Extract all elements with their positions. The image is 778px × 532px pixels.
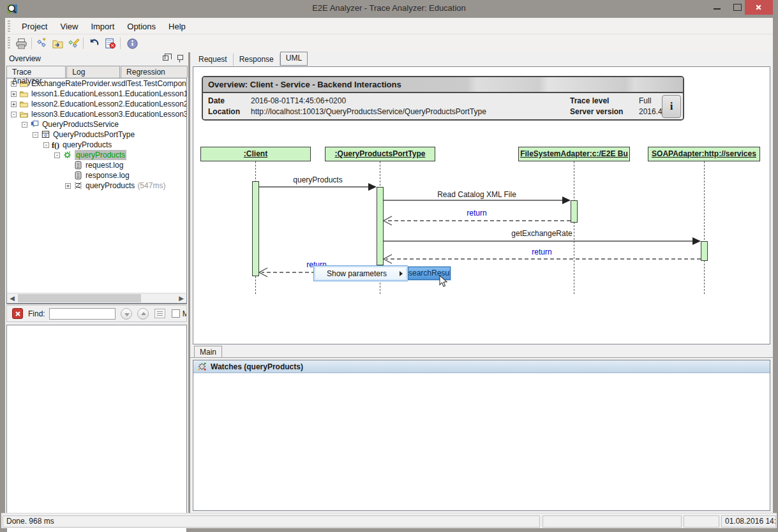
lifeline-client[interactable]: :Client — [200, 147, 311, 161]
log-file-icon — [73, 171, 83, 180]
activation-bar — [701, 241, 708, 261]
service-icon — [30, 120, 40, 129]
info-button[interactable]: i — [662, 95, 681, 118]
lifeline-soapadapter[interactable]: SOAPAdapter:http://services — [648, 147, 760, 161]
menu-view[interactable]: View — [54, 19, 84, 34]
server-version-value: 2016.4 — [639, 107, 662, 117]
find-input[interactable] — [49, 308, 116, 320]
menu-help[interactable]: Help — [162, 19, 192, 34]
find-options-icon[interactable] — [154, 309, 165, 318]
find-next-icon[interactable] — [121, 308, 132, 320]
scroll-left-icon[interactable]: ◀ — [8, 295, 16, 302]
submenu-arrow-icon — [400, 271, 403, 276]
toolbar-grip[interactable] — [8, 37, 10, 48]
diagram-info: DateLocation 2016-08-01T14:45:06+0200htt… — [203, 93, 683, 121]
menubar-grip[interactable] — [8, 20, 10, 32]
report-icon[interactable] — [103, 36, 117, 50]
activation-bar — [571, 200, 578, 223]
tab-response[interactable]: Response — [234, 54, 280, 66]
log-file-icon — [73, 161, 83, 170]
location-label: Location — [208, 107, 240, 117]
overview-panel: Overview Trace Analyzer Log Analyzer Reg… — [5, 52, 188, 513]
tab-uml[interactable]: UML — [280, 52, 308, 66]
tree-item[interactable]: response.log — [7, 170, 186, 181]
print-icon[interactable] — [14, 36, 28, 50]
minimize-button[interactable] — [707, 0, 728, 15]
tree-item[interactable]: + lesson1.EducationLesson1.EducationLess… — [7, 89, 186, 99]
tree-item-selected[interactable]: - queryProducts — [7, 150, 186, 160]
watches-panel: Watches (queryProducts) — [193, 360, 770, 511]
operation-icon — [63, 151, 72, 159]
pin-panel-icon[interactable] — [177, 54, 183, 63]
tree-item[interactable]: - QueryProductsPortType — [7, 129, 186, 140]
lifeline-line — [574, 161, 574, 294]
toolbar — [5, 34, 773, 52]
lifeline-filesystemadapter[interactable]: FileSystemAdapter:c:/E2E Bu — [518, 147, 630, 161]
expander-icon[interactable]: - — [33, 132, 38, 138]
maximize-button[interactable] — [728, 0, 747, 15]
watches-header: Watches (queryProducts) — [193, 360, 770, 373]
expander-icon[interactable]: + — [11, 91, 17, 97]
tree-item[interactable]: - lesson3.EducationLesson3.EducationLess… — [7, 109, 186, 119]
expander-icon[interactable]: - — [11, 112, 17, 117]
tree-item[interactable]: - QueryProductsService — [7, 119, 186, 129]
tree-item[interactable]: request.log — [7, 160, 186, 170]
return-label[interactable]: return — [532, 248, 551, 256]
info-icon[interactable] — [125, 36, 139, 50]
tree-item[interactable]: + queryProducts (547ms) — [7, 181, 186, 191]
function-icon: f() — [52, 140, 59, 149]
find-previous-icon[interactable] — [137, 308, 149, 320]
context-menu: Show parameters — [313, 265, 408, 281]
trace-tree: + ExchangeRateProvider.wsdlTest.TestComp… — [6, 78, 187, 304]
application-window: E2E Analyzer - Trace Analyzer: Education… — [0, 0, 778, 532]
trace-level-value: Full — [639, 96, 662, 107]
location-value: http://localhost:10013/QueryProductsServ… — [251, 107, 486, 117]
message-label[interactable]: Read Catalog XML File — [437, 190, 516, 199]
expander-icon[interactable]: - — [43, 142, 49, 148]
message-label[interactable]: getExchangeRate — [511, 229, 572, 238]
match-case-checkbox[interactable] — [172, 309, 180, 318]
message-label[interactable]: queryProducts — [293, 175, 342, 184]
menu-project[interactable]: Project — [15, 19, 54, 34]
tab-trace-analyzer[interactable]: Trace Analyzer — [6, 66, 66, 78]
new-model-icon[interactable] — [34, 36, 49, 50]
lifeline-queryproductsporttype[interactable]: :QueryProductsPortType — [325, 147, 435, 161]
diagram-header: Overview: Client - Service - Backend Int… — [202, 76, 684, 121]
expander-icon[interactable]: + — [11, 101, 17, 107]
scrollbar-thumb[interactable] — [18, 294, 141, 302]
tree-item[interactable]: - f() queryProducts — [7, 140, 186, 150]
overview-panel-header: Overview — [5, 52, 188, 66]
find-close-button[interactable] — [12, 308, 23, 319]
return-label[interactable]: return — [467, 209, 486, 218]
tree-item[interactable]: + lesson2.EducationLesson2.EducationLess… — [7, 99, 186, 109]
find-bar: Find: Ma — [6, 305, 187, 322]
overview-panel-title: Overview — [9, 54, 41, 63]
menu-import[interactable]: Import — [84, 19, 121, 34]
import-model-icon[interactable] — [50, 36, 64, 50]
tab-regression-tests[interactable]: Regression Tests — [121, 66, 188, 78]
status-datetime: 01.08.2016 14:47 — [721, 515, 776, 528]
lifeline-line — [704, 161, 705, 294]
context-menu-item-show-parameters[interactable]: Show parameters — [314, 269, 400, 278]
tree-horizontal-scrollbar[interactable]: ◀ ▶ — [6, 293, 187, 304]
expander-icon[interactable]: - — [54, 152, 60, 158]
tab-request[interactable]: Request — [193, 54, 234, 66]
float-panel-icon[interactable] — [163, 55, 168, 61]
mouse-cursor — [439, 275, 448, 288]
tab-log-analyzer[interactable]: Log Analyzer — [66, 66, 120, 78]
edit-model-icon[interactable] — [66, 36, 80, 50]
folder-icon — [19, 100, 29, 108]
undo-icon[interactable] — [87, 36, 101, 50]
expander-icon[interactable]: - — [22, 122, 27, 128]
titlebar: E2E Analyzer - Trace Analyzer: Education — [0, 0, 778, 18]
date-label: Date — [208, 96, 240, 107]
scroll-right-icon[interactable]: ▶ — [177, 295, 185, 302]
expander-icon[interactable]: + — [65, 183, 71, 189]
analyzer-tabs: Trace Analyzer Log Analyzer Regression T… — [6, 66, 188, 78]
status-cell — [542, 515, 682, 528]
tab-main[interactable]: Main — [194, 346, 222, 358]
activation-bar — [377, 187, 384, 265]
menu-options[interactable]: Options — [121, 19, 162, 34]
close-button[interactable] — [745, 0, 773, 15]
duration-badge: (547ms) — [137, 181, 165, 191]
